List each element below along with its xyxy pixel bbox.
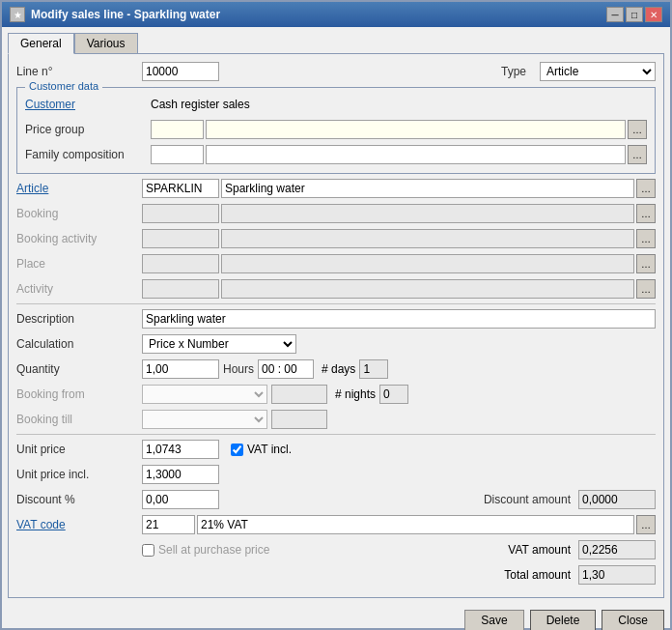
booking-till-time xyxy=(271,410,327,429)
customer-data-section: Customer data Customer Cash register sal… xyxy=(16,87,656,174)
days-nights: # days xyxy=(322,359,388,379)
quantity-row: Quantity Hours # days xyxy=(16,358,656,380)
vat-code-label[interactable]: VAT code xyxy=(16,518,142,531)
type-label: Type xyxy=(501,65,526,78)
sell-at-purchase-checkbox[interactable] xyxy=(142,544,154,557)
vat-code-input[interactable] xyxy=(142,515,195,534)
window-title: Modify sales line - Sparkling water xyxy=(31,8,220,21)
description-row: Description xyxy=(16,308,656,329)
booking-browse[interactable]: … xyxy=(636,204,656,223)
customer-value: Cash register sales xyxy=(151,98,250,111)
content-area: General Various Line n° Type Article Cus… xyxy=(2,27,670,604)
line-no-label: Line n° xyxy=(16,65,142,78)
unit-price-row: Unit price VAT incl. xyxy=(16,439,656,460)
place-fields: … xyxy=(142,254,656,273)
type-section: Type Article xyxy=(501,62,656,81)
booking-from-select xyxy=(142,385,267,404)
vat-code-desc[interactable] xyxy=(197,515,634,534)
customer-label[interactable]: Customer xyxy=(25,98,151,111)
activity-code xyxy=(142,279,219,299)
booking-code xyxy=(142,204,219,223)
tab-general[interactable]: General xyxy=(8,33,74,54)
save-button[interactable]: Save xyxy=(464,610,523,630)
booking-till-row: Booking till xyxy=(16,409,656,430)
booking-desc xyxy=(221,204,634,223)
family-desc[interactable] xyxy=(206,145,626,164)
calculation-row: Calculation Price x Number Price Number xyxy=(16,333,656,355)
article-label[interactable]: Article xyxy=(16,182,142,195)
activity-browse[interactable]: … xyxy=(636,279,656,299)
price-group-row: Price group … xyxy=(25,119,647,140)
price-group-fields: … xyxy=(151,120,647,139)
booking-label: Booking xyxy=(16,207,142,220)
discount-amount-label: Discount amount xyxy=(484,493,571,506)
close-window-button[interactable]: ✕ xyxy=(645,7,662,22)
separator-2 xyxy=(16,434,656,435)
booking-till-select xyxy=(142,410,267,429)
vat-incl-label: VAT incl. xyxy=(247,443,292,456)
discount-row: Discount % Discount amount xyxy=(16,489,656,510)
unit-price-incl-row: Unit price incl. xyxy=(16,464,656,485)
delete-button[interactable]: Delete xyxy=(530,610,597,630)
tab-bar: General Various xyxy=(8,33,664,53)
days-input xyxy=(359,359,388,379)
title-bar-left: ★ Modify sales line - Sparkling water xyxy=(10,7,220,22)
quantity-label: Quantity xyxy=(16,362,142,376)
nights-input xyxy=(379,385,408,404)
minimize-button[interactable]: ─ xyxy=(606,7,624,22)
maximize-button[interactable]: □ xyxy=(626,7,643,22)
customer-row: Customer Cash register sales xyxy=(25,94,647,115)
unit-price-incl-input[interactable] xyxy=(142,465,219,484)
type-select[interactable]: Article xyxy=(540,62,656,81)
vat-amount-input xyxy=(578,540,656,559)
booking-from-time xyxy=(271,385,327,404)
place-row: Place … xyxy=(16,253,656,274)
article-row: Article … xyxy=(16,178,656,199)
article-code[interactable] xyxy=(142,179,219,198)
family-browse[interactable]: … xyxy=(628,145,647,164)
booking-from-label: Booking from xyxy=(16,387,142,401)
nights-label: # nights xyxy=(335,387,376,401)
quantity-input[interactable] xyxy=(142,359,219,379)
title-bar-buttons: ─ □ ✕ xyxy=(606,7,662,22)
title-bar: ★ Modify sales line - Sparkling water ─ … xyxy=(2,2,670,27)
form-panel: Line n° Type Article Customer data Custo… xyxy=(8,53,664,598)
family-composition-label: Family composition xyxy=(25,148,151,161)
line-no-input[interactable] xyxy=(142,62,219,81)
hours-label: Hours xyxy=(223,362,254,376)
article-fields: … xyxy=(142,179,656,198)
article-desc[interactable] xyxy=(221,179,634,198)
unit-price-input[interactable] xyxy=(142,440,219,459)
booking-from-row: Booking from # nights xyxy=(16,384,656,405)
calculation-select[interactable]: Price x Number Price Number xyxy=(142,334,296,354)
close-button[interactable]: Close xyxy=(602,610,664,630)
total-amount-row: Total amount xyxy=(16,564,656,586)
days-label: # days xyxy=(322,362,355,376)
booking-activity-code xyxy=(142,229,219,248)
discount-input[interactable] xyxy=(142,490,219,509)
price-group-browse[interactable]: … xyxy=(628,120,647,139)
booking-activity-row: Booking activity … xyxy=(16,228,656,249)
booking-activity-fields: … xyxy=(142,229,656,248)
activity-label: Activity xyxy=(16,282,142,296)
unit-price-label: Unit price xyxy=(16,443,142,456)
place-label: Place xyxy=(16,257,142,271)
article-browse[interactable]: … xyxy=(636,179,656,198)
family-composition-row: Family composition … xyxy=(25,144,647,165)
vat-incl-section: VAT incl. xyxy=(231,443,292,456)
tab-various[interactable]: Various xyxy=(74,33,138,53)
vat-code-browse[interactable]: … xyxy=(636,515,656,534)
family-code[interactable] xyxy=(151,145,204,164)
price-group-desc[interactable] xyxy=(206,120,626,139)
description-input[interactable] xyxy=(142,309,656,329)
description-label: Description xyxy=(16,312,142,326)
total-amount-label: Total amount xyxy=(504,568,571,582)
calculation-label: Calculation xyxy=(16,337,142,351)
activity-desc xyxy=(221,279,634,299)
vat-incl-checkbox[interactable] xyxy=(231,444,243,456)
booking-activity-browse[interactable]: … xyxy=(636,229,656,248)
price-group-code[interactable] xyxy=(151,120,204,139)
place-browse[interactable]: … xyxy=(636,254,656,273)
hours-input[interactable] xyxy=(258,359,314,379)
total-amount-input xyxy=(578,565,656,585)
